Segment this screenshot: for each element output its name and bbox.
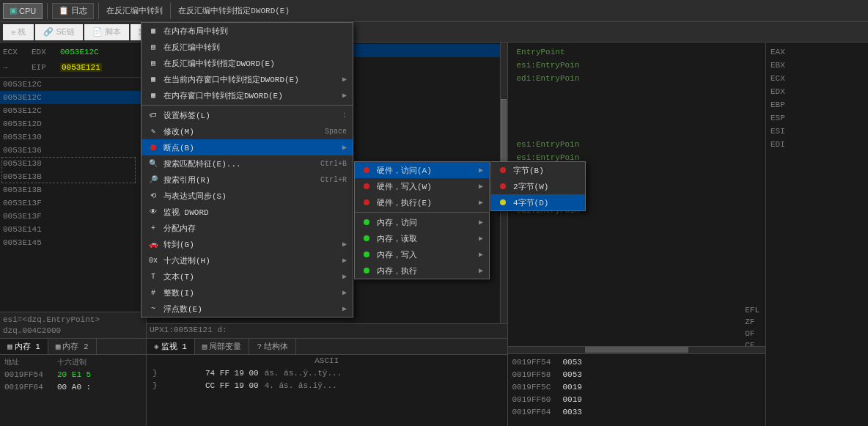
ctx-int[interactable]: # 整数(I) ▶ xyxy=(141,284,353,301)
memory-tab-2[interactable]: ▦ 内存 2 xyxy=(48,339,97,354)
disasm-line[interactable]: 0053E136 xyxy=(0,144,146,157)
ctx-goto[interactable]: 🚗 转到(G) ▶ xyxy=(141,236,353,252)
watch-tab-1[interactable]: ◈ 监视 1 xyxy=(147,339,195,354)
rd-line: edi:EntryPoin xyxy=(514,72,760,85)
mem-bottom-row[interactable]: } CC FF 19 00 4. ás. ás.iÿ... xyxy=(150,379,504,392)
ctx-text[interactable]: T 文本(T) ▶ xyxy=(141,268,353,284)
ecx-label: ECX xyxy=(3,48,29,56)
reg-ebp[interactable]: EBP xyxy=(769,98,865,111)
registers-top: ECX EDX 0053E12C → EIP 0053E121 xyxy=(0,43,146,78)
bottom-watch-panel: ◈ 监视 1 ▤ 局部变量 ? 结构体 ASCII } xyxy=(147,338,507,426)
tab-script[interactable]: 📄 脚本 xyxy=(84,24,129,40)
search-shortcut: Ctrl+B xyxy=(320,160,347,168)
ctx-modify[interactable]: ✎ 修改(M) Space xyxy=(141,123,353,139)
disasm-line[interactable]: 0053E130 xyxy=(0,131,146,144)
mem-dword2-icon: ▦ xyxy=(147,89,159,101)
ctx-mem-layout[interactable]: ▦ 在内存布局中转到 xyxy=(141,23,353,39)
rd-line xyxy=(514,111,760,125)
tab-stack[interactable]: ≡ 栈 xyxy=(3,24,34,40)
submenu-arrow2: ▶ xyxy=(342,91,347,100)
disasm-line[interactable]: 0053E12C xyxy=(0,104,146,117)
scrollbar-thumb[interactable] xyxy=(501,99,507,183)
right-disasm-panel: EntryPoint esi:EntryPoin edi:EntryPoin e… xyxy=(508,43,766,426)
watch-icon: 👁 xyxy=(147,206,159,218)
eip-value[interactable]: 0053E121 xyxy=(60,63,102,72)
menu-reverse-dword[interactable]: 在反汇编中转到指定DWORD(E) xyxy=(175,5,293,16)
cpu-icon: ▣ xyxy=(10,6,17,15)
disasm-line[interactable]: 0053E13F xyxy=(0,210,146,223)
log-button[interactable]: 📋 日志 xyxy=(52,3,94,19)
ctx-breakpoint[interactable]: 断点(B) ▶ xyxy=(141,139,353,155)
cpu-button[interactable]: ▣ CPU xyxy=(3,3,43,19)
ctx-hex[interactable]: 0x 十六进制(H) ▶ xyxy=(141,252,353,268)
ref-shortcut: Ctrl+R xyxy=(320,176,347,184)
mem-right-row[interactable]: 0019FF58 0053 xyxy=(510,368,765,381)
disasm-line[interactable]: 0053E13B xyxy=(0,170,146,183)
ctx-disasm-dword[interactable]: ▤ 在反汇编中转到指定DWORD(E) xyxy=(141,55,353,71)
reg-ebx[interactable]: EBX xyxy=(769,59,865,72)
ctx-disasm-goto[interactable]: ▤ 在反汇编中转到 xyxy=(141,39,353,55)
float-arrow: ▶ xyxy=(342,304,347,313)
ctx-float[interactable]: ~ 浮点数(E) ▶ xyxy=(141,301,353,317)
hex-arrow: ▶ xyxy=(342,256,347,265)
disasm-line[interactable]: 0053E12D xyxy=(0,117,146,131)
horiz-scrollbar[interactable] xyxy=(508,346,766,353)
status-line-1: esi=<dzq.EntryPoint> xyxy=(3,315,143,324)
chain-icon: 🔗 xyxy=(43,27,54,37)
text-icon: T xyxy=(147,271,159,282)
tab-se-chain[interactable]: 🔗 SE链 xyxy=(35,24,83,40)
disasm-line[interactable]: 0053E12C xyxy=(0,78,146,91)
mem-dword-icon: ▦ xyxy=(147,73,159,85)
ctx-mem-dword[interactable]: ▦ 在当前内存窗口中转到指定DWORD(E) ▶ xyxy=(141,71,353,87)
rd-line: esi:EntryPoin xyxy=(514,59,760,72)
reg-esp[interactable]: ESP xyxy=(769,111,865,125)
mem-right-row[interactable]: 0019FF54 0053 xyxy=(510,356,765,368)
ctx-search-ref[interactable]: 🔎 搜索引用(R) Ctrl+R xyxy=(141,172,353,188)
disasm-scrollbar[interactable] xyxy=(500,43,507,323)
disasm-line[interactable]: 0053E12C xyxy=(0,91,146,104)
memory-panel-left: ▦ 内存 1 ▦ 内存 2 地址 十六进制 0019FF54 2 xyxy=(0,338,146,426)
rd-line xyxy=(514,191,760,204)
disasm-line[interactable]: 0053E145 xyxy=(0,236,146,249)
ctx-set-label[interactable]: 🏷 设置标签(L) : xyxy=(141,107,353,123)
stack-icon: ≡ xyxy=(11,28,15,37)
mem-row[interactable]: 0019FF64 00 A0 : xyxy=(1,381,144,393)
horiz-thumb[interactable] xyxy=(585,347,688,353)
reg-ecx[interactable]: ECX xyxy=(769,72,865,85)
ecx-value[interactable]: 0053E12C xyxy=(60,48,99,56)
mem-row[interactable]: 0019FF54 20 E1 5 xyxy=(1,368,144,381)
ctx-alloc-mem[interactable]: + 分配内存 xyxy=(141,220,353,236)
rd-line: EIP xyxy=(514,177,760,191)
mem-right-row[interactable]: 0019FF64 0033 xyxy=(510,405,765,418)
eip-label: EIP xyxy=(32,63,57,72)
mem-bottom-row[interactable]: } 74 FF 19 00 ás. ás..ÿ..tÿ... xyxy=(150,367,504,379)
mem-right-row[interactable]: 0019FF5C 0019 xyxy=(510,381,765,393)
ctx-sync-expr[interactable]: ⟲ 与表达式同步(S) xyxy=(141,188,353,204)
mem-right-row[interactable]: 0019FF60 0019 xyxy=(510,393,765,405)
rd-line: EntryPoint xyxy=(514,45,760,59)
submenu-arrow: ▶ xyxy=(342,75,347,84)
ctx-watch-dword[interactable]: 👁 监视 DWORD xyxy=(141,204,353,220)
ctx-mem-dword2[interactable]: ▦ 在内存窗口中转到指定DWORD(E) ▶ xyxy=(141,87,353,103)
disasm-line[interactable]: 0053E141 xyxy=(0,223,146,236)
disasm-line[interactable]: 0053E13F xyxy=(0,197,146,210)
reg-esi[interactable]: ESI xyxy=(769,125,865,138)
ctx-sep-1 xyxy=(141,105,353,106)
sync-icon: ⟲ xyxy=(147,190,159,202)
ctx-search-feature[interactable]: 🔍 搜索匹配特征(E)... Ctrl+B xyxy=(141,155,353,172)
menu-reverse[interactable]: 在反汇编中转到 xyxy=(103,5,166,16)
reg-edi[interactable]: EDI xyxy=(769,138,865,151)
goto-arrow: ▶ xyxy=(342,240,347,249)
watch-tab-locals[interactable]: ▤ 局部变量 xyxy=(195,339,250,354)
breakpoint-icon xyxy=(147,142,159,153)
reg-eax[interactable]: EAX xyxy=(769,45,865,59)
watch-tab-struct[interactable]: ? 结构体 xyxy=(249,339,296,354)
memory-tab-1[interactable]: ▦ 内存 1 xyxy=(0,339,48,354)
memory-content: 地址 十六进制 0019FF54 20 E1 5 0019FF64 00 A0 … xyxy=(0,355,146,394)
int-icon: # xyxy=(147,287,159,298)
disasm-line[interactable]: 0053E13B xyxy=(0,183,146,197)
flags-area: EFL ZF OF CF xyxy=(739,303,765,353)
reg-edx[interactable]: EDX xyxy=(769,85,865,98)
disasm-line[interactable]: 0053E138 xyxy=(0,157,146,170)
left-panel: ECX EDX 0053E12C → EIP 0053E121 0053E12C… xyxy=(0,43,147,426)
